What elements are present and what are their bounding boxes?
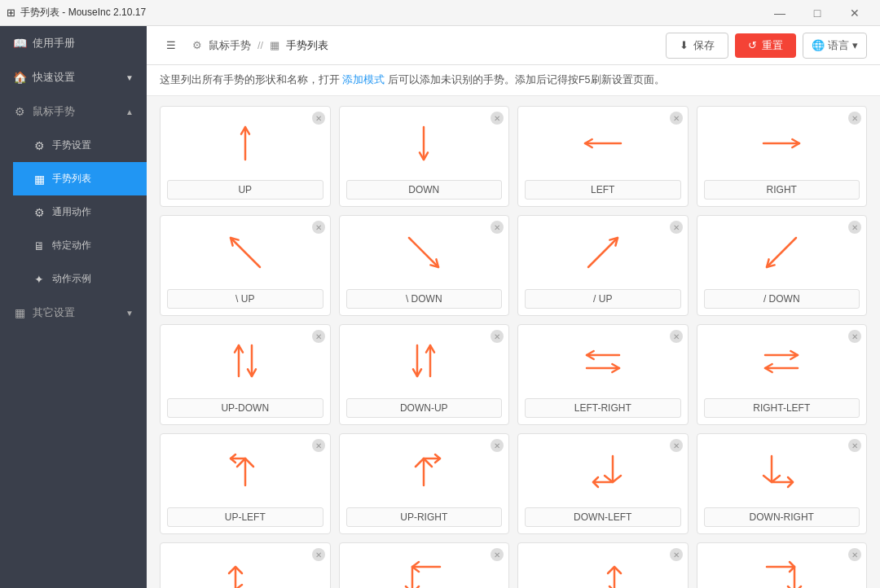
gesture-label-down-left[interactable]: DOWN-LEFT xyxy=(525,507,681,527)
gesture-label-right[interactable]: RIGHT xyxy=(704,180,860,200)
sidebar-label-quickset: 快速设置 xyxy=(33,70,75,85)
gesture-icon-area-down-left xyxy=(518,434,688,507)
add-mode-link[interactable]: 添加模式 xyxy=(342,74,385,86)
gesture-card-backslash-up: ✕ \ UP xyxy=(160,215,331,316)
menu-button[interactable]: ☰ xyxy=(160,36,183,55)
gesture-card-close-left[interactable]: ✕ xyxy=(670,112,683,125)
sidebar-label-gesture-settings: 手势设置 xyxy=(52,138,91,152)
toolbar: ☰ ⚙ 鼠标手势 // ▦ 手势列表 ⬇ 保存 ↺ 重置 🌐 xyxy=(147,26,880,65)
gesture-icon-area-right xyxy=(697,107,867,180)
svg-line-5 xyxy=(409,238,438,267)
gesture-grid: ✕ UP ✕ DOWN ✕ LEFT ✕ xyxy=(147,96,880,588)
gesture-card-left-up: ✕ LEFT-UP xyxy=(160,542,331,588)
gesture-card-close-up[interactable]: ✕ xyxy=(312,112,325,125)
home-icon: 🏠 xyxy=(13,71,26,84)
minimize-button[interactable]: — xyxy=(761,0,799,26)
gesture-card-close-left-up[interactable]: ✕ xyxy=(312,548,325,561)
gesture-card-down: ✕ DOWN xyxy=(339,106,510,207)
gesture-label-down-right[interactable]: DOWN-RIGHT xyxy=(704,507,860,527)
gesture-svg-up xyxy=(221,119,270,168)
sidebar-item-general-actions[interactable]: ⚙ 通用动作 xyxy=(13,195,147,229)
gesture-svg-up-right xyxy=(399,446,448,495)
gesture-svg-up-down xyxy=(221,337,270,386)
chevron-down-other-icon: ▼ xyxy=(125,309,134,318)
breadcrumb-parent: 鼠标手势 xyxy=(209,38,251,53)
gesture-card-close-right-left[interactable]: ✕ xyxy=(848,330,861,343)
gesture-label-down[interactable]: DOWN xyxy=(346,180,503,200)
gesture-card-close-left-down[interactable]: ✕ xyxy=(491,548,504,561)
gesture-svg-down-left xyxy=(579,446,627,495)
gesture-card-close-down-right[interactable]: ✕ xyxy=(848,439,861,452)
gear-breadcrumb-icon: ⚙ xyxy=(192,39,202,51)
gesture-label-down-up[interactable]: DOWN-UP xyxy=(346,398,503,418)
gesture-card-up-right: ✕ UP-RIGHT xyxy=(339,433,510,534)
gesture-label-left[interactable]: LEFT xyxy=(525,180,681,200)
gesture-card-close-backslash-down[interactable]: ✕ xyxy=(491,221,504,234)
sidebar-item-gesture-settings[interactable]: ⚙ 手势设置 xyxy=(13,129,147,162)
gesture-card-close-up-down[interactable]: ✕ xyxy=(312,330,325,343)
gesture-label-up-left[interactable]: UP-LEFT xyxy=(167,507,323,527)
gesture-card-close-slash-down[interactable]: ✕ xyxy=(848,221,861,234)
reset-button[interactable]: ↺ 重置 xyxy=(735,33,796,58)
gesture-label-left-right[interactable]: LEFT-RIGHT xyxy=(525,398,681,418)
gesture-card-close-down-up[interactable]: ✕ xyxy=(491,330,504,343)
gesture-card-down-up: ✕ DOWN-UP xyxy=(339,324,510,425)
gesture-card-close-down-left[interactable]: ✕ xyxy=(670,439,683,452)
gesture-label-slash-down[interactable]: / DOWN xyxy=(704,289,860,309)
monitor-icon: 🖥 xyxy=(33,239,46,252)
language-button[interactable]: 🌐 语言 ▾ xyxy=(803,33,867,59)
breadcrumb-sep: // xyxy=(257,39,263,51)
gesture-card-down-left: ✕ DOWN-LEFT xyxy=(517,433,689,534)
chevron-lang-icon: ▾ xyxy=(852,39,858,51)
gesture-card-close-right-up[interactable]: ✕ xyxy=(670,548,683,561)
gesture-icon-area-up-down xyxy=(161,325,330,398)
gesture-card-close-right-down[interactable]: ✕ xyxy=(848,548,861,561)
gesture-card-close-right[interactable]: ✕ xyxy=(848,112,861,125)
gesture-label-backslash-up[interactable]: \ UP xyxy=(167,289,323,309)
gesture-icon-area-backslash-up xyxy=(161,216,330,289)
info-text-before: 这里列出所有手势的形状和名称，打开 xyxy=(160,74,342,86)
app-icon: ⊞ xyxy=(7,7,15,19)
gesture-label-up[interactable]: UP xyxy=(167,180,323,200)
titlebar-title: ⊞ 手势列表 - MouseInc 2.10.17 xyxy=(7,6,146,20)
sidebar-item-mouse-gesture[interactable]: ⚙ 鼠标手势 ▲ xyxy=(0,94,147,129)
gesture-card-down-right: ✕ DOWN-RIGHT xyxy=(697,433,868,534)
gesture-card-left-down: ✕ LEFT-DOWN xyxy=(339,542,510,588)
gesture-card-left-right: ✕ LEFT-RIGHT xyxy=(517,324,689,425)
save-icon: ⬇ xyxy=(680,39,689,51)
gesture-label-up-down[interactable]: UP-DOWN xyxy=(167,398,323,418)
gesture-label-up-right[interactable]: UP-RIGHT xyxy=(346,507,503,527)
gesture-icon-area-up xyxy=(161,107,330,180)
gesture-card-close-slash-up[interactable]: ✕ xyxy=(670,221,683,234)
sidebar-label-mouse-gesture: 鼠标手势 xyxy=(33,104,75,119)
sidebar-item-specific-actions[interactable]: 🖥 特定动作 xyxy=(13,229,147,262)
gesture-svg-slash-up xyxy=(579,228,627,277)
gesture-card-close-left-right[interactable]: ✕ xyxy=(670,330,683,343)
gesture-label-backslash-down[interactable]: \ DOWN xyxy=(346,289,503,309)
gesture-icon-area-right-up xyxy=(518,543,688,588)
gesture-card-up-down: ✕ UP-DOWN xyxy=(160,324,331,425)
gesture-card-slash-up: ✕ / UP xyxy=(517,215,689,316)
titlebar-text: 手势列表 - MouseInc 2.10.17 xyxy=(20,6,146,20)
gesture-card-close-down[interactable]: ✕ xyxy=(491,112,504,125)
sidebar-item-quickset[interactable]: 🏠 快速设置 ▼ xyxy=(0,60,147,94)
sidebar-item-gesture-list[interactable]: ▦ 手势列表 xyxy=(13,162,147,195)
gesture-label-right-left[interactable]: RIGHT-LEFT xyxy=(704,398,860,418)
gesture-card-right-down: ✕ RIGHT-DOWN xyxy=(697,542,868,588)
maximize-button[interactable]: □ xyxy=(799,0,836,26)
gesture-card-close-up-right[interactable]: ✕ xyxy=(491,439,504,452)
gesture-card-close-backslash-up[interactable]: ✕ xyxy=(312,221,325,234)
sidebar-item-other-settings[interactable]: ▦ 其它设置 ▼ xyxy=(0,296,147,330)
info-text-after: 后可以添加未识别的手势。添加后记得按F5刷新设置页面。 xyxy=(388,74,665,86)
close-button[interactable]: ✕ xyxy=(836,0,873,26)
content-area: ☰ ⚙ 鼠标手势 // ▦ 手势列表 ⬇ 保存 ↺ 重置 🌐 xyxy=(147,26,880,588)
save-button[interactable]: ⬇ 保存 xyxy=(666,33,728,59)
gesture-icon-area-backslash-down xyxy=(340,216,509,289)
sidebar-item-action-examples[interactable]: ✦ 动作示例 xyxy=(13,262,147,296)
gesture-label-slash-up[interactable]: / UP xyxy=(525,289,681,309)
book-icon: 📖 xyxy=(13,37,26,50)
save-label: 保存 xyxy=(693,38,715,53)
gesture-card-slash-down: ✕ / DOWN xyxy=(697,215,868,316)
gesture-card-close-up-left[interactable]: ✕ xyxy=(312,439,325,452)
sidebar-item-manual[interactable]: 📖 使用手册 xyxy=(0,26,147,60)
